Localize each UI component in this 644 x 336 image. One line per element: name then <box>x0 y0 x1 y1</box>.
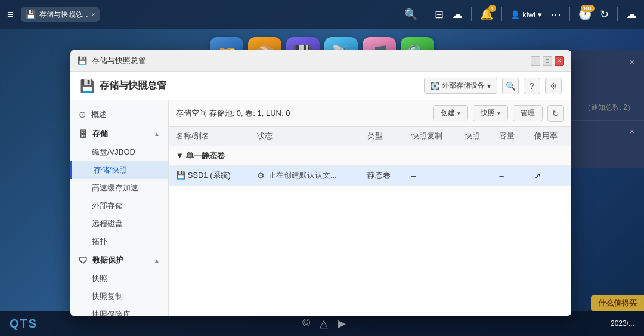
window-body: ⊙ 概述 🗄 存储 ▲ 磁盘/VJBOD 存储/快照 高速缓存加速 外部存储 远… <box>70 100 571 316</box>
user-chevron-icon: ▾ <box>538 10 542 19</box>
separator2 <box>471 7 472 21</box>
bottom-center-icons: © △ ▶ <box>302 317 346 330</box>
cell-usage: ↗ <box>527 166 571 186</box>
apps-badge-icon[interactable]: 🕐10+ <box>578 8 592 21</box>
more-apps-icon[interactable]: ⋯ <box>550 8 561 21</box>
snapshot-arrow-icon: ▾ <box>497 110 500 116</box>
col-snapshot: 快照 <box>457 127 493 146</box>
bottom-icon-3[interactable]: ▶ <box>338 317 346 330</box>
cell-snapshot-repl: – <box>404 166 457 186</box>
tab-label: 存储与快照总... <box>39 10 88 20</box>
sidebar-item-storage-snapshot[interactable]: 存储/快照 <box>70 161 168 179</box>
snapshot-button[interactable]: 快照 ▾ <box>473 106 507 121</box>
create-arrow-icon: ▾ <box>457 110 460 116</box>
sidebar-dataprotection-label: 数据保护 <box>92 255 123 266</box>
snapshot-button-group: 快照 ▾ <box>473 105 508 121</box>
bottom-icon-2[interactable]: △ <box>320 317 328 330</box>
window-header: 💾 存储与快照总管 💽 外部存储设备 ▾ 🔍 ? ⚙ <box>70 72 571 100</box>
cell-capacity: – <box>492 166 527 186</box>
col-type: 类型 <box>360 127 404 146</box>
separator1 <box>426 7 426 21</box>
sidebar-item-remote[interactable]: 远程磁盘 <box>70 215 168 233</box>
table-group-row: ▼ 单一静态卷 <box>169 146 571 166</box>
window-settings-button[interactable]: ⚙ <box>545 78 562 94</box>
external-storage-button[interactable]: 💽 外部存储设备 ▾ <box>424 78 497 94</box>
overview-icon: ⊙ <box>79 109 86 120</box>
notif-close-button-1[interactable]: × <box>630 57 634 67</box>
cloud-sync-icon[interactable]: ☁ <box>452 8 463 21</box>
sidebar-item-snapshot-repl[interactable]: 快照复制 <box>70 288 168 306</box>
window-titlebar: 💾 存储与快照总管 – □ ✕ <box>70 50 571 72</box>
tab-close-button[interactable]: × <box>92 11 95 18</box>
main-window: 💾 存储与快照总管 – □ ✕ 💾 存储与快照总管 💽 外部存储设备 ▾ <box>70 50 571 316</box>
sidebar-item-snapshot-vault[interactable]: 快照保险库 <box>70 306 168 316</box>
username-label: kiwi <box>522 10 535 19</box>
sidebar-item-cache[interactable]: 高速缓存加速 <box>70 179 168 197</box>
window-search-button[interactable]: 🔍 <box>502 78 519 94</box>
sidebar-group-dataprotection[interactable]: 🛡 数据保护 ▲ <box>70 251 168 270</box>
separator3 <box>501 7 502 21</box>
col-capacity: 容量 <box>492 127 527 146</box>
cell-status: ⚙ 正在创建默认认文... <box>250 166 360 186</box>
table-row[interactable]: 💾 SSD1 (系统) ⚙ 正在创建默认认文... 静态卷 <box>169 166 571 186</box>
content-table: 名称/别名 状态 类型 快照复制 快照 容量 使用率 <box>169 127 571 316</box>
external-storage-icon: 💽 <box>431 82 439 90</box>
taskbar-left: ≡ 💾 存储与快照总... × <box>7 7 100 22</box>
apps-badge: 10+ <box>581 5 595 12</box>
cell-snapshot <box>457 166 493 186</box>
main-content: 存储空间 存储池: 0, 卷: 1, LUN: 0 创建 ▾ 快照 ▾ <box>169 100 571 316</box>
separator4 <box>569 7 570 21</box>
status-creating: ⚙ 正在创建默认认文... <box>257 170 353 181</box>
creating-spinner-icon: ⚙ <box>257 171 265 180</box>
cloud2-icon[interactable]: ☁ <box>626 8 637 21</box>
sidebar-item-overview[interactable]: ⊙ 概述 <box>70 105 168 124</box>
app-icon: 💾 <box>80 79 95 93</box>
group-label: ▼ 单一静态卷 <box>169 146 571 166</box>
maximize-button[interactable]: □ <box>543 56 552 66</box>
storage-table: 名称/别名 状态 类型 快照复制 快照 容量 使用率 <box>169 127 571 186</box>
col-name: 名称/别名 <box>169 127 250 146</box>
taskbar-tab-storage[interactable]: 💾 存储与快照总... × <box>21 7 100 22</box>
desktop: ≡ 💾 存储与快照总... × 🔍 ⊟ ☁ 🔔1 👤 kiwi ▾ ⋯ <box>0 0 644 336</box>
manage-label: 管理 <box>521 108 535 118</box>
sidebar-item-snapshot[interactable]: 快照 <box>70 270 168 288</box>
notif-close-button-2[interactable]: × <box>630 127 634 136</box>
dataprotection-icon: 🛡 <box>79 255 88 266</box>
storage-chevron-icon: ▲ <box>154 131 160 137</box>
window-controls: – □ ✕ <box>531 56 564 66</box>
qts-logo: QTS <box>10 317 38 331</box>
hamburger-icon[interactable]: ≡ <box>7 8 14 21</box>
minimize-button[interactable]: – <box>531 56 540 66</box>
refresh-button[interactable]: ↻ <box>547 105 564 122</box>
window-help-button[interactable]: ? <box>524 78 540 94</box>
network-icon[interactable]: ⊟ <box>435 8 444 21</box>
refresh-icon[interactable]: ↻ <box>600 8 609 21</box>
sidebar-storage-label: 存储 <box>92 128 108 139</box>
content-toolbar: 存储空间 存储池: 0, 卷: 1, LUN: 0 创建 ▾ 快照 ▾ <box>169 100 571 127</box>
window-title-left: 💾 存储与快照总管 <box>78 56 146 66</box>
user-info[interactable]: 👤 kiwi ▾ <box>510 10 542 19</box>
window-title-icon: 💾 <box>78 56 87 65</box>
content-toolbar-title: 存储空间 存储池: 0, 卷: 1, LUN: 0 <box>176 108 428 119</box>
col-snapshot-repl: 快照复制 <box>404 127 457 146</box>
bell-icon[interactable]: 🔔1 <box>480 8 493 21</box>
close-button[interactable]: ✕ <box>555 56 564 66</box>
create-button-group: 创建 ▾ <box>433 105 468 121</box>
create-button[interactable]: 创建 ▾ <box>434 106 467 121</box>
separator5 <box>617 7 618 21</box>
bottom-icon-1[interactable]: © <box>302 317 310 330</box>
external-storage-chevron: ▾ <box>487 82 491 90</box>
cell-name: 💾 SSD1 (系统) <box>169 166 250 186</box>
table-header-row: 名称/别名 状态 类型 快照复制 快照 容量 使用率 <box>169 127 571 146</box>
sidebar-item-topology[interactable]: 拓扑 <box>70 233 168 251</box>
expand-icon: ↗ <box>534 171 541 180</box>
sidebar-item-external[interactable]: 外部存储 <box>70 197 168 215</box>
sidebar-group-storage[interactable]: 🗄 存储 ▲ <box>70 124 168 143</box>
manage-button[interactable]: 管理 <box>513 106 542 121</box>
window-header-left: 💾 存储与快照总管 <box>80 79 166 93</box>
window-title-text: 存储与快照总管 <box>92 56 146 66</box>
search-icon[interactable]: 🔍 <box>404 8 417 21</box>
drive-icon: 💾 <box>176 171 185 180</box>
sidebar-item-disk[interactable]: 磁盘/VJBOD <box>70 143 168 161</box>
group-chevron-icon: ▼ <box>176 151 184 160</box>
